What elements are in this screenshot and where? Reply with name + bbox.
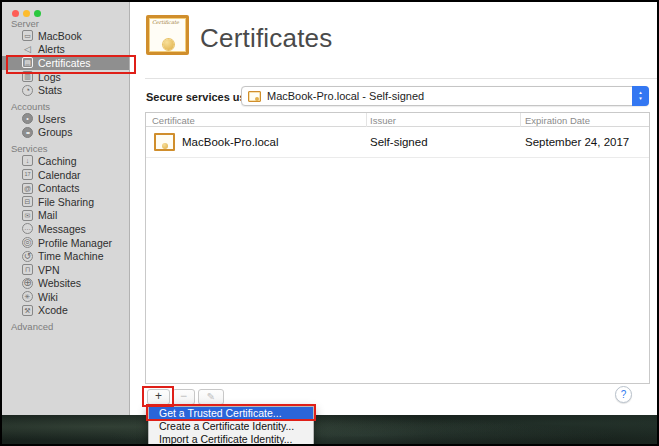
window-controls	[12, 10, 41, 17]
add-button[interactable]: +	[147, 389, 170, 405]
calendar-icon	[22, 169, 33, 180]
certificate-small-icon	[154, 133, 175, 151]
sidebar-item-label: MacBook	[38, 30, 82, 42]
column-header-issuer[interactable]: Issuer	[370, 115, 396, 126]
menu-item-import-certificate-identity[interactable]: Import a Certificate Identity...	[149, 433, 313, 446]
sidebar-item-profile-manager[interactable]: Profile Manager	[2, 236, 129, 250]
screenshot-frame: Server MacBook Alerts Certificates Logs …	[0, 0, 659, 446]
sidebar-item-label: Mail	[38, 209, 57, 221]
column-header-certificate[interactable]: Certificate	[152, 115, 195, 126]
xcode-icon	[22, 305, 33, 316]
certificates-table: Certificate Issuer Expiration Date MacBo…	[145, 112, 650, 384]
table-header: Certificate Issuer Expiration Date	[146, 113, 649, 127]
menu-item-create-certificate-identity[interactable]: Create a Certificate Identity...	[149, 420, 313, 433]
sidebar-item-label: Groups	[38, 126, 72, 138]
sidebar-item-contacts[interactable]: Contacts	[2, 181, 129, 195]
close-button[interactable]	[12, 10, 19, 17]
sidebar-item-label: Alerts	[38, 43, 65, 55]
column-divider	[520, 113, 521, 127]
sidebar-item-label: Users	[38, 113, 65, 125]
profile-manager-icon	[22, 237, 33, 248]
vpn-icon	[22, 264, 33, 275]
sidebar-item-stats[interactable]: Stats	[2, 83, 129, 97]
wiki-icon	[22, 291, 33, 302]
sidebar-item-alerts[interactable]: Alerts	[2, 43, 129, 57]
sidebar-section-services: Services Caching Calendar Contacts File …	[2, 143, 129, 317]
stepper-up-icon	[638, 91, 642, 96]
desktop-wallpaper	[2, 415, 657, 444]
sidebar-item-label: File Sharing	[38, 196, 94, 208]
popup-selected-value: MacBook-Pro.local - Self-signed	[267, 90, 632, 102]
sidebar-item-mail[interactable]: Mail	[2, 209, 129, 223]
sidebar-item-users[interactable]: Users	[2, 112, 129, 126]
websites-icon	[22, 278, 33, 289]
sidebar-item-vpn[interactable]: VPN	[2, 263, 129, 277]
sidebar-item-logs[interactable]: Logs	[2, 70, 129, 84]
sidebar-item-label: Messages	[38, 223, 86, 235]
sidebar-item-time-machine[interactable]: Time Machine	[2, 249, 129, 263]
groups-icon	[22, 127, 33, 138]
section-label: Accounts	[2, 101, 129, 112]
remove-button[interactable]: −	[172, 389, 195, 405]
add-certificate-menu: Get a Trusted Certificate... Create a Ce…	[148, 406, 314, 446]
secure-services-popup[interactable]: MacBook-Pro.local - Self-signed	[241, 86, 649, 106]
caching-icon	[22, 155, 33, 166]
mail-icon	[22, 210, 33, 221]
sidebar-item-label: Caching	[38, 155, 77, 167]
messages-icon	[22, 223, 33, 234]
stepper-down-icon	[638, 97, 642, 102]
sidebar-section-accounts: Accounts Users Groups	[2, 101, 129, 139]
cell-issuer: Self-signed	[370, 136, 428, 148]
sidebar-item-label: Logs	[38, 71, 61, 83]
section-label: Advanced	[2, 321, 129, 332]
sidebar-item-messages[interactable]: Messages	[2, 222, 129, 236]
help-button[interactable]: ?	[615, 386, 632, 403]
sidebar-item-label: Wiki	[38, 291, 58, 303]
sidebar-item-macbook[interactable]: MacBook	[2, 29, 129, 43]
file-sharing-icon	[22, 196, 33, 207]
section-label: Services	[2, 143, 129, 154]
minimize-button[interactable]	[23, 10, 30, 17]
sidebar-item-label: Calendar	[38, 169, 81, 181]
sidebar: Server MacBook Alerts Certificates Logs …	[2, 2, 130, 415]
time-machine-icon	[22, 251, 33, 262]
logs-icon	[22, 71, 33, 82]
cell-certificate: MacBook-Pro.local	[182, 136, 279, 148]
macbook-icon	[22, 30, 33, 41]
users-icon	[22, 113, 33, 124]
certificates-icon	[22, 57, 33, 68]
sidebar-item-label: Xcode	[38, 304, 68, 316]
sidebar-item-label: Websites	[38, 277, 81, 289]
sidebar-item-certificates[interactable]: Certificates	[2, 56, 129, 70]
sidebar-item-label: VPN	[38, 264, 60, 276]
sidebar-item-groups[interactable]: Groups	[2, 126, 129, 140]
page-title: Certificates	[200, 23, 332, 54]
sidebar-item-websites[interactable]: Websites	[2, 277, 129, 291]
sidebar-item-label: Certificates	[38, 57, 91, 69]
sidebar-item-caching[interactable]: Caching	[2, 154, 129, 168]
edit-button[interactable]	[198, 389, 224, 405]
certificate-icon	[146, 15, 189, 55]
sidebar-item-file-sharing[interactable]: File Sharing	[2, 195, 129, 209]
divider	[145, 78, 659, 79]
sidebar-item-label: Stats	[38, 84, 62, 96]
cell-expiration: September 24, 2017	[525, 136, 629, 148]
certificates-pane: Certificates Secure services using: MacB…	[131, 2, 659, 415]
sidebar-item-calendar[interactable]: Calendar	[2, 168, 129, 182]
popup-stepper	[632, 86, 649, 106]
menu-item-get-trusted-certificate[interactable]: Get a Trusted Certificate...	[149, 407, 313, 420]
zoom-button[interactable]	[34, 10, 41, 17]
alerts-icon	[22, 44, 33, 55]
column-header-expiration[interactable]: Expiration Date	[525, 115, 590, 126]
sidebar-item-wiki[interactable]: Wiki	[2, 290, 129, 304]
stats-icon	[22, 85, 33, 96]
section-label: Server	[2, 18, 129, 29]
sidebar-section-server: Server MacBook Alerts Certificates Logs …	[2, 18, 129, 97]
pencil-icon	[207, 389, 215, 403]
sidebar-item-label: Profile Manager	[38, 237, 112, 249]
sidebar-item-xcode[interactable]: Xcode	[2, 304, 129, 318]
table-row[interactable]: MacBook-Pro.local Self-signed September …	[146, 127, 649, 158]
sidebar-item-label: Contacts	[38, 182, 79, 194]
certificate-small-icon	[248, 91, 261, 102]
column-divider	[366, 113, 367, 127]
